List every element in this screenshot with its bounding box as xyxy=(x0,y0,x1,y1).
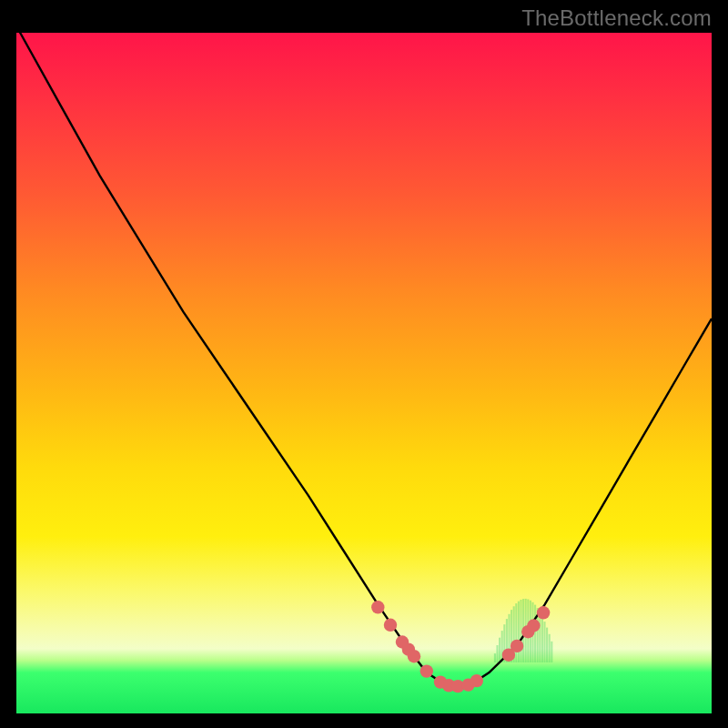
marker-dot xyxy=(537,606,550,619)
plot-svg xyxy=(16,33,712,713)
marker-dot xyxy=(420,664,433,677)
marker-dot xyxy=(511,640,523,652)
watermark-text: TheBottleneck.com xyxy=(521,5,712,31)
marker-dot xyxy=(470,674,483,687)
marker-dot xyxy=(371,601,384,613)
chart-frame xyxy=(16,33,712,713)
marker-dot xyxy=(384,619,397,632)
marker-dot xyxy=(408,650,420,662)
bottleneck-curve xyxy=(16,26,712,687)
marker-dot xyxy=(527,619,540,632)
